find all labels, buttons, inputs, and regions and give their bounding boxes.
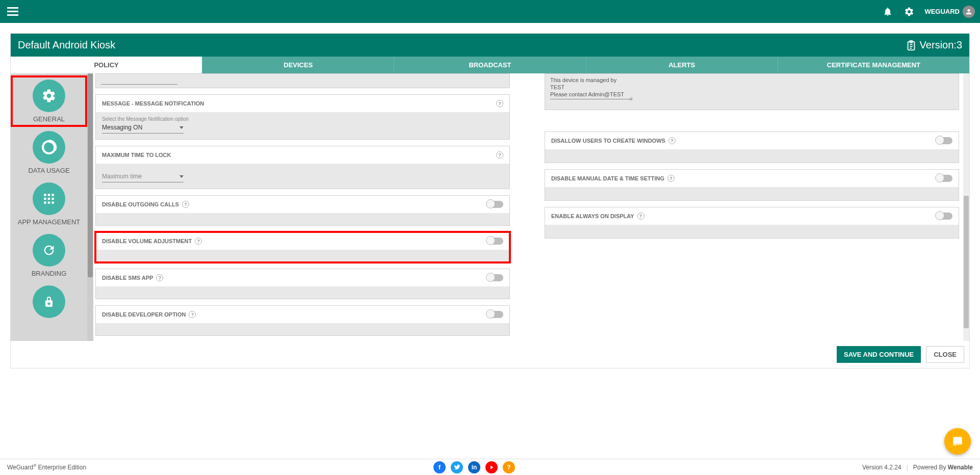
sidebar-item-branding[interactable]: BRANDING [11,230,87,281]
card-disable-volume-adjustment: DISABLE VOLUME ADJUSTMENT ? [95,232,510,262]
help-icon[interactable]: ? [668,137,676,144]
card-title: DISABLE VOLUME ADJUSTMENT [102,238,192,244]
svg-rect-8 [51,198,54,200]
card-title: MESSAGE - MESSAGE NOTIFICATION [102,100,204,107]
sidebar-item-label: BRANDING [32,270,67,277]
clipboard-icon [906,40,917,51]
help-icon[interactable]: ? [182,201,189,208]
chevron-down-icon [179,126,184,129]
user-menu[interactable]: WEGUARD [924,6,975,18]
gear-icon [33,80,65,112]
sidebar-item-label: GENERAL [33,115,65,123]
card-device-message: This device is managed by TEST Please co… [545,73,959,110]
settings-column-right: This device is managed by TEST Please co… [545,73,961,336]
tab-certificate-management[interactable]: CERTIFICATE MANAGEMENT [778,57,969,73]
panel-header: Default Android Kiosk Version:3 [11,34,969,57]
card-message-notification: MESSAGE - MESSAGE NOTIFICATION ? Select … [95,94,510,140]
card-title: DISABLE OUTGOING CALLS [102,201,179,207]
toggle-disable-developer-option[interactable] [487,311,503,318]
tab-broadcast[interactable]: BROADCAST [394,57,586,73]
data-usage-icon [33,131,65,164]
card-title: MAXIMUM TIME TO LOCK [102,152,171,158]
help-icon[interactable]: ? [496,100,503,107]
settings-column-left: MESSAGE - MESSAGE NOTIFICATION ? Select … [95,73,510,336]
save-and-continue-button[interactable]: SAVE AND CONTINUE [837,346,921,363]
card-max-time-lock: MAXIMUM TIME TO LOCK ? Maximum time [95,146,510,189]
help-icon[interactable]: ? [156,274,163,281]
card-title: DISABLE DEVELOPER OPTION [102,311,186,318]
max-time-lock-select[interactable]: Maximum time [102,171,184,182]
card-disable-manual-datetime: DISABLE MANUAL DATE & TIME SETTING ? [545,169,959,201]
help-icon[interactable]: ? [195,238,202,245]
toggle-disable-manual-datetime[interactable] [936,175,952,182]
sidebar-item-general[interactable]: GENERAL [11,75,87,127]
card-disable-developer-option: DISABLE DEVELOPER OPTION ? [95,305,510,336]
toggle-enable-always-on-display[interactable] [936,213,952,220]
version-badge: Version:3 [906,39,962,51]
sidebar-item-data-usage[interactable]: DATA USAGE [11,127,87,178]
card-disable-sms-app: DISABLE SMS APP ? [95,269,510,299]
tabs: POLICY DEVICES BROADCAST ALERTS CERTIFIC… [11,57,969,73]
svg-rect-5 [51,194,54,196]
toggle-disable-outgoing-calls[interactable] [487,201,503,208]
toggle-disable-volume-adjustment[interactable] [487,238,503,245]
card-title: ENABLE ALWAYS ON DISPLAY [551,213,634,219]
lock-icon [33,285,65,318]
svg-rect-7 [48,198,50,200]
toggle-disallow-create-windows[interactable] [936,137,952,144]
card-disallow-create-windows: DISALLOW USERS TO CREATE WINDOWS ? [545,131,959,163]
settings-icon[interactable] [903,6,915,18]
close-button[interactable]: CLOSE [926,346,964,363]
toggle-disable-sms-app[interactable] [487,274,503,281]
chevron-down-icon [179,175,184,178]
help-icon[interactable]: ? [189,311,196,318]
appbar: WEGUARD [0,0,980,23]
content-scrollbar[interactable] [963,73,969,341]
sidebar-item-security[interactable] [11,281,87,318]
notifications-icon[interactable] [882,6,894,18]
panel-title: Default Android Kiosk [18,39,115,51]
svg-rect-3 [44,194,46,196]
tab-policy[interactable]: POLICY [11,57,202,73]
svg-rect-4 [48,194,50,196]
card-enable-always-on-display: ENABLE ALWAYS ON DISPLAY ? [545,207,959,239]
svg-rect-9 [44,201,46,203]
field-hint: Select the Message Notification option [102,116,503,122]
card-title: DISABLE MANUAL DATE & TIME SETTING [551,175,664,181]
sidebar-item-label: APP MANAGEMENT [18,218,81,226]
tab-devices[interactable]: DEVICES [202,57,394,73]
help-icon[interactable]: ? [667,175,675,182]
stub-input[interactable] [101,77,177,85]
sidebar-scrollbar[interactable] [87,73,93,341]
avatar-icon [963,6,975,18]
card-disable-outgoing-calls: DISABLE OUTGOING CALLS ? [95,195,510,226]
user-label: WEGUARD [924,8,960,15]
tab-alerts[interactable]: ALERTS [586,57,778,73]
refresh-icon [33,234,65,267]
svg-rect-11 [51,201,54,203]
resize-handle-icon[interactable] [628,95,633,100]
help-icon[interactable]: ? [496,151,503,159]
menu-icon[interactable] [5,5,20,18]
svg-rect-10 [48,201,50,203]
card-title: DISABLE SMS APP [102,275,153,281]
apps-icon [33,182,65,215]
sidebar-item-label: DATA USAGE [28,167,69,174]
panel-footer: SAVE AND CONTINUE CLOSE [11,341,969,368]
message-notification-select[interactable]: Messaging ON [102,122,184,134]
card-title: DISALLOW USERS TO CREATE WINDOWS [551,138,665,144]
sidebar-item-app-management[interactable]: APP MANAGEMENT [11,178,87,230]
card-truncated-top [95,73,510,88]
svg-rect-6 [44,198,46,200]
device-message-textarea[interactable]: This device is managed by TEST Please co… [550,77,632,99]
help-icon[interactable]: ? [637,213,644,220]
policy-sidebar: GENERAL DATA USAGE APP MANAGEMENT [11,73,87,341]
